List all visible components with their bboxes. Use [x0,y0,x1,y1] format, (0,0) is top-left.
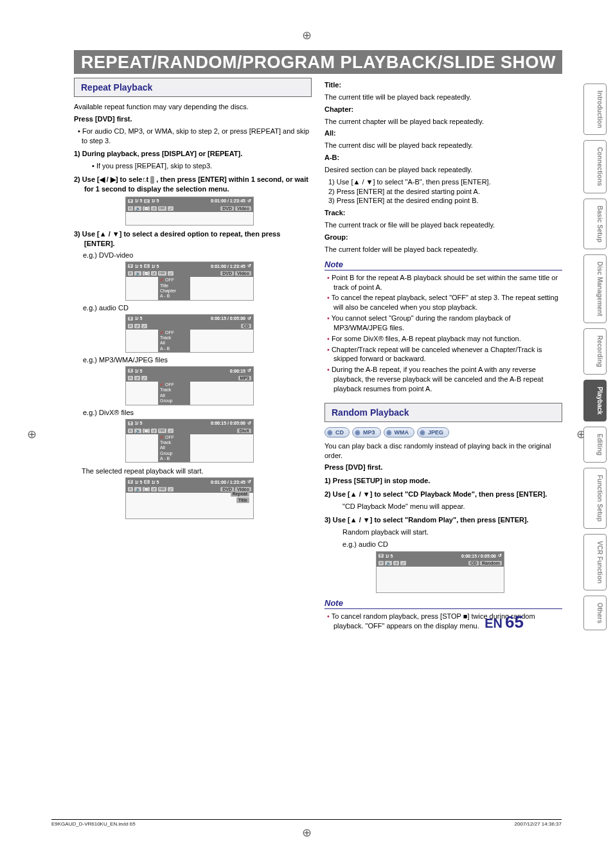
loop-indicator-icon: ↺ [247,263,251,269]
title-counter-icon: T [128,264,133,268]
random-eg: e.g.) audio CD [324,540,562,549]
title-counter-icon: T [128,317,133,321]
menu-item: OFF [160,382,188,387]
title-counter-icon: T [128,199,133,203]
loop-indicator-icon: ↺ [247,479,251,484]
intro-text: Available repeat function may vary depen… [74,102,312,112]
repeat-menu: OFF Track All A - B [158,330,190,353]
menu-item: All [160,393,188,398]
loop-indicator-icon: ↺ [247,421,251,426]
media-badges: CD MP3 WMA JPEG [324,427,562,438]
eg-mp3-label: e.g.) MP3/WMA/JPEG files [83,355,312,365]
menu-item: A - B [160,456,188,461]
repeat-menu: OFF Track All Group A - B [158,434,190,463]
eg-dvd-label: e.g.) DVD-video [83,251,312,260]
title-counter-icon: T [128,421,133,425]
random-step-1: 1) Press [SETUP] in stop mode. [324,476,562,486]
tab-vcr-function[interactable]: VCR Function [583,534,607,590]
tab-introduction[interactable]: Introduction [583,84,607,135]
note-heading: Note [324,260,562,270]
tab-basic-setup[interactable]: Basic Setup [583,199,607,249]
selected-repeat-start: The selected repeat playback will start. [82,466,312,476]
tab-connections[interactable]: Connections [583,140,607,193]
page-number: EN65 [484,612,524,632]
repeat-menu: OFF Title Chapter A - B [158,277,190,300]
title-counter-icon: T [128,480,133,484]
menu-item: Chapter [160,288,188,294]
random-intro: You can play back a disc randomly instea… [324,441,562,461]
osd-display-divx: T1/ 5 0:00:15 / 0:05:00 ↺ ⎚🔊💬↺NR⤢ DivX O… [125,419,254,463]
tab-editing[interactable]: Editing [583,427,607,463]
audio-cd-skip-note: For audio CD, MP3, or WMA, skip to step … [78,127,312,146]
footer-file: E9KGAUD_D-VR610KU_EN.indd 65 [51,821,136,827]
menu-item: A - B [160,346,188,351]
random-playback-heading: Random Playback [324,403,562,422]
random-step-3-sub: Random playback will start. [324,527,562,537]
random-step-2-sub: "CD Playback Mode" menu will appear. [324,502,562,511]
video-badge: Video [235,206,251,211]
menu-item: OFF [160,330,188,335]
def-chapter-text: The current chapter will be played back … [324,117,562,127]
step-3: 3) Use [▲ / ▼] to select a desired optio… [74,229,312,249]
menu-item: OFF [160,278,188,283]
print-footer: E9KGAUD_D-VR610KU_EN.indd 65 2007/12/27 … [51,819,562,827]
eg-divx-label: e.g.) DivX® files [83,408,312,418]
registration-mark-icon: ⊕ [27,427,37,441]
menu-item: All [160,341,188,346]
random-step-2: 2) Use [▲ / ▼] to select "CD Playback Mo… [324,490,562,499]
registration-mark-icon: ⊕ [302,28,312,42]
tab-playback[interactable]: Playback [583,380,607,421]
tab-disc-management[interactable]: Disc Management [583,254,607,323]
page-title-banner: REPEAT/RANDOM/PROGRAM PLAYBACK/SLIDE SHO… [74,50,562,74]
osd-display-dvd: T1/ 5 C1/ 5 0:01:00 / 1:23:45 ↺ ⎚🔊💬↺NR⤢ … [125,261,254,301]
side-nav-tabs: Introduction Connections Basic Setup Dis… [583,84,607,630]
left-column: Repeat Playback Available repeat functio… [74,78,312,632]
title-counter-icon: T [128,369,133,373]
def-all-label: All: [324,128,562,138]
dvd-badge: DVD [220,206,234,211]
ab-steps: 1) Use [▲ / ▼] to select "A-B", then pre… [324,177,562,206]
def-track-text: The current track or file will be played… [324,220,562,230]
def-track-label: Track: [324,208,562,218]
osd-display-random: T1/ 5 0:00:15 / 0:05:00 ↺ ⎚🔊↺⤢ CD Random [376,551,504,593]
media-jpeg-badge: JPEG [417,427,449,438]
loop-indicator-icon: ↺ [247,316,251,321]
right-column: Title: The current title will be played … [324,78,562,632]
def-group-text: The current folder will be played back r… [324,245,562,254]
eg-cd-label: e.g.) audio CD [83,303,312,313]
menu-item: Track [160,387,188,393]
osd-display-mp3: T1/ 5 0:00:15 ↺ ⎚↺⤢ MP3 OFF Track All Gr… [125,366,254,405]
random-press-dvd: Press [DVD] first. [324,463,562,472]
menu-item: Group [160,398,188,403]
step-1: 1) During playback, press [DISPLAY] or [… [74,149,312,159]
chapter-counter-icon: C [144,199,149,203]
loop-indicator-icon: ↺ [247,199,251,204]
osd-display-cd: T1/ 5 0:00:15 / 0:05:00 ↺ ⎚↺⤢ CD OFF Tra… [125,314,254,353]
repeat-menu: OFF Track All Group [158,382,190,405]
step-2: 2) Use [◀ / ▶] to select ↺ , then press … [74,175,312,194]
def-title-text: The current title will be played back re… [324,93,562,102]
step-1-sub: • If you press [REPEAT], skip to step3. [74,161,312,171]
def-group-label: Group: [324,233,562,242]
press-dvd-first: Press [DVD] first. [74,114,312,124]
chapter-counter-icon: C [144,264,149,268]
def-ab-label: A-B: [324,153,562,163]
repeat-playback-heading: Repeat Playback [74,78,312,97]
osd-display-final: T1/ 5 C1/ 5 0:01:00 / 1:23:45 ↺ ⎚🔊💬↺NR⤢ … [125,477,254,519]
menu-item: Group [160,451,188,456]
title-counter-icon: T [378,554,384,558]
footer-timestamp: 2007/12/27 14:36:37 [515,821,562,827]
def-title-label: Title: [324,80,562,90]
random-step-3: 3) Use [▲ / ▼] to select "Random Play", … [324,515,562,525]
menu-item: Track [160,335,188,341]
def-chapter-label: Chapter: [324,105,562,114]
menu-item: A - B [160,294,188,299]
media-cd-badge: CD [324,427,350,438]
tab-recording[interactable]: Recording [583,328,607,374]
def-all-text: The current disc will be played back rep… [324,141,562,150]
tab-function-setup[interactable]: Function Setup [583,468,607,529]
osd-display-initial: T1/ 5 C1/ 5 0:01:00 / 1:23:45 ↺ ⎚🔊💬↺NR⤢ … [125,197,254,226]
media-wma-badge: WMA [384,427,415,438]
tab-others[interactable]: Others [583,596,607,630]
def-ab-text: Desired section can be played back repea… [324,165,562,175]
